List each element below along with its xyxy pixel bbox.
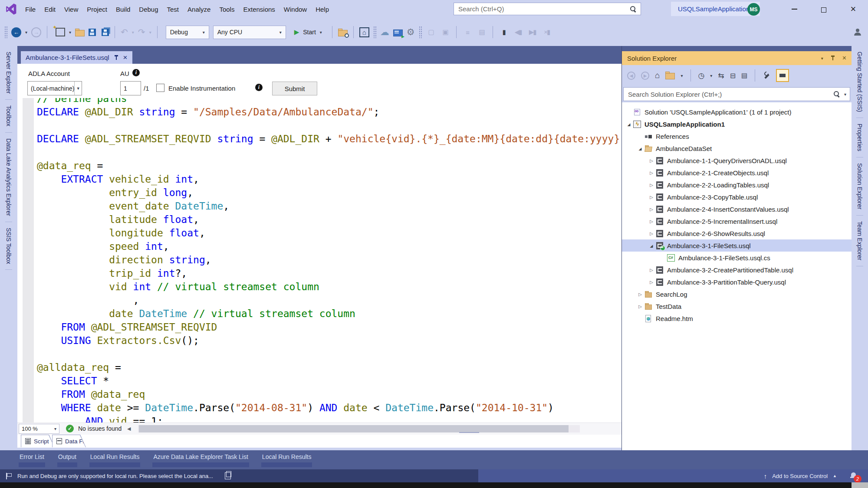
start-debug-button[interactable]: ▶ Start ▾ (290, 25, 326, 39)
tool-tab-getting-started-ssis[interactable]: Getting Started (SSIS) (856, 46, 863, 118)
expander-icon[interactable] (636, 304, 644, 309)
au-info-icon[interactable] (132, 69, 140, 76)
code-line[interactable] (37, 347, 621, 361)
menu-item-build[interactable]: Build (112, 3, 135, 15)
tree-item[interactable]: Ambulance-3-3-PartitionTable-Query.usql (622, 276, 852, 288)
menu-item-window[interactable]: Window (279, 3, 311, 15)
tree-item[interactable]: Ambulance-2-5-IncrementalInsert.usql (622, 215, 852, 227)
horizontal-scrollbar[interactable] (138, 425, 580, 432)
tab-script[interactable]: Script (21, 435, 55, 447)
search-icon[interactable] (833, 90, 841, 98)
search-input[interactable] (454, 5, 629, 13)
tool-tab-team-explorer[interactable]: Team Explorer (856, 216, 863, 266)
code-line[interactable]: vid int // virtual streamset column (37, 280, 621, 294)
expander-icon[interactable] (636, 146, 644, 151)
quick-search[interactable] (454, 3, 641, 15)
toolbar-grip[interactable] (419, 26, 422, 38)
cloud-explorer-icon[interactable] (380, 27, 389, 37)
minimize-button[interactable] (791, 6, 798, 13)
navigate-back-icon[interactable]: ← (11, 27, 21, 37)
menu-item-edit[interactable]: Edit (40, 3, 60, 15)
menu-item-debug[interactable]: Debug (135, 3, 162, 15)
expander-icon[interactable] (647, 280, 656, 285)
tree-item[interactable]: Ambulance-2-1-CreateObjects.usql (622, 167, 852, 179)
tree-item[interactable]: Ambulance-2-6-ShowResults.usql (622, 227, 852, 239)
panel-tab-output[interactable]: Output (57, 450, 77, 469)
copy-message-icon[interactable] (225, 472, 231, 479)
submit-button[interactable]: Submit (272, 82, 317, 95)
properties-wrench-icon[interactable] (763, 72, 770, 79)
chevron-down-icon[interactable]: ▾ (681, 73, 683, 78)
save-all-icon[interactable] (102, 29, 109, 36)
feedback-icon[interactable] (854, 29, 861, 36)
code-line[interactable]: // Define paths (37, 98, 621, 105)
adla-account-dropdown[interactable]: (Local-machine) ▼ (27, 81, 82, 95)
show-all-files-toggle[interactable] (776, 69, 789, 82)
notifications-button[interactable]: 2 (850, 472, 858, 480)
tree-item[interactable]: Ambulance-3-1-FileSets.usql (622, 239, 852, 252)
menu-item-view[interactable]: View (60, 3, 82, 15)
tree-item[interactable]: TestData (622, 300, 852, 312)
chevron-up-icon[interactable]: ▲ (833, 474, 837, 478)
chevron-down-icon[interactable]: ▼ (74, 82, 82, 95)
code-line[interactable]: EXTRACT vehicle_id int, (37, 173, 621, 186)
code-line[interactable]: DECLARE @ADL_STREAMSET_REQVID string = @… (37, 132, 621, 146)
expander-icon[interactable] (647, 170, 656, 175)
code-line[interactable]: FROM @ADL_STREAMSET_REQVID (37, 321, 621, 334)
properties-pages-icon[interactable] (741, 72, 747, 79)
close-button[interactable]: × (850, 6, 857, 13)
code-line[interactable]: , (37, 294, 621, 307)
new-project-icon[interactable] (56, 28, 65, 36)
tree-item[interactable]: SearchLog (622, 288, 852, 300)
tree-item[interactable]: Ambulance-1-1-QueryDriversOnADL.usql (622, 154, 852, 167)
close-icon[interactable]: × (123, 54, 128, 61)
chevron-down-icon[interactable]: ▾ (844, 92, 846, 97)
menu-item-analyze[interactable]: Analyze (183, 3, 215, 15)
search-icon[interactable] (629, 5, 637, 13)
tool-tab-solution-explorer[interactable]: Solution Explorer (856, 157, 863, 216)
panel-tab-azure-data-lake-explorer-task-list[interactable]: Azure Data Lake Explorer Task List (152, 450, 249, 469)
tree-item[interactable]: Ambulance-2-2-LoadingTables.usql (622, 179, 852, 191)
tool-tab-ssis-toolbox[interactable]: SSIS Toolbox (5, 222, 12, 270)
code-line[interactable] (37, 119, 621, 132)
configuration-dropdown[interactable]: Debug▾ (166, 26, 209, 39)
code-line[interactable]: latitude float, (37, 213, 621, 226)
tree-item[interactable]: Solution 'USQLSampleApplication1' (1 of … (622, 106, 852, 118)
tool-tab-server-explorer[interactable]: Server Explorer (5, 46, 12, 100)
open-file-icon[interactable] (75, 30, 85, 36)
add-to-source-control[interactable]: Add to Source Control (772, 473, 828, 479)
code-line[interactable]: SELECT * (37, 374, 621, 388)
instrumentation-checkbox[interactable] (156, 84, 164, 92)
switch-views-icon[interactable] (665, 73, 675, 79)
code-editor[interactable]: // Define pathsDECLARE @ADL_DIR string =… (17, 98, 621, 422)
home-icon[interactable] (359, 27, 369, 37)
restore-button[interactable] (820, 6, 827, 13)
code-line[interactable]: USING Extractors.Csv(); (37, 334, 621, 347)
avatar[interactable]: MS (747, 3, 760, 16)
expander-icon[interactable] (625, 122, 633, 127)
toolbar-grip[interactable] (4, 26, 7, 38)
code-line[interactable]: speed int, (37, 240, 621, 253)
tool-tab-toolbox[interactable]: Toolbox (5, 100, 12, 132)
scrollbar-thumb[interactable] (139, 425, 569, 432)
code-line[interactable]: AND vid == 1; (37, 415, 621, 422)
panel-tab-local-run-results[interactable]: Local Run Results (261, 450, 312, 469)
toolbar-grip[interactable] (373, 26, 376, 38)
tree-item[interactable]: Ambulance-2-3-CopyTable.usql (622, 191, 852, 203)
platform-dropdown[interactable]: Any CPU▾ (213, 26, 286, 39)
code-line[interactable]: date DateTime // virtual streamset colum… (37, 307, 621, 321)
solution-explorer-header[interactable]: Solution Explorer ▾ × (622, 51, 852, 65)
au-input[interactable]: 1 (120, 81, 141, 95)
code-line[interactable]: direction string, (37, 253, 621, 267)
expander-icon[interactable] (647, 158, 656, 163)
code-line[interactable]: @alldata_req = (37, 361, 621, 374)
scroll-left-icon[interactable]: ◀ (127, 426, 131, 432)
code-line[interactable]: WHERE date >= DateTime.Parse("2014-08-31… (37, 401, 621, 415)
menu-item-file[interactable]: File (21, 3, 40, 15)
panel-tab-error-list[interactable]: Error List (19, 450, 45, 469)
window-position-icon[interactable]: ▾ (821, 56, 823, 61)
find-in-files-icon[interactable] (338, 30, 348, 36)
document-tab[interactable]: Ambulance-3-1-FileSets.usql × (21, 51, 132, 64)
sync-with-active-document-icon[interactable] (718, 71, 724, 80)
tree-item[interactable]: References (622, 130, 852, 142)
